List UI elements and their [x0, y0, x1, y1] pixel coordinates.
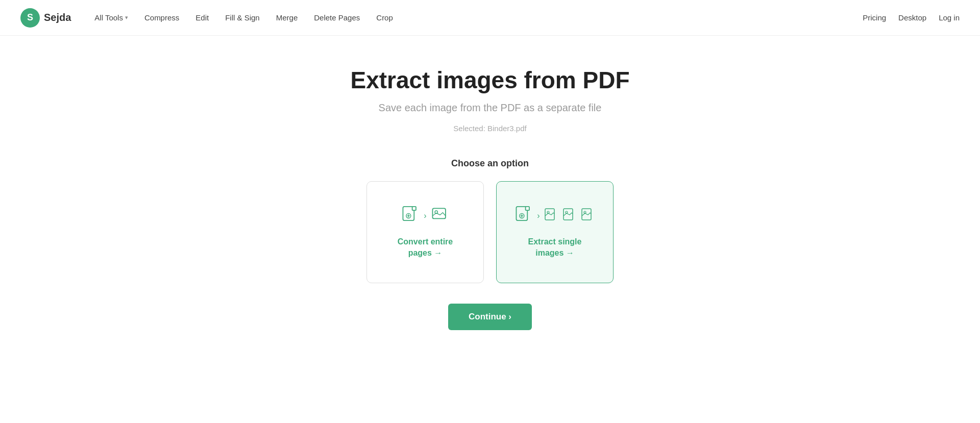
- nav-right: Pricing Desktop Log in: [863, 13, 960, 22]
- convert-icon-row: ›: [401, 206, 449, 226]
- continue-button[interactable]: Continue ›: [448, 304, 532, 330]
- nav-pricing[interactable]: Pricing: [863, 13, 886, 22]
- page-subtitle: Save each image from the PDF as a separa…: [379, 102, 602, 114]
- options-row: › Convert entire pages →: [366, 181, 614, 283]
- nav-crop[interactable]: Crop: [369, 9, 400, 26]
- nav-login[interactable]: Log in: [939, 13, 960, 22]
- choose-option-label: Choose an option: [451, 158, 529, 169]
- logo-icon: S: [20, 8, 40, 28]
- nav-compress[interactable]: Compress: [137, 9, 186, 26]
- page-title: Extract images from PDF: [350, 66, 629, 94]
- nav-delete-pages[interactable]: Delete Pages: [307, 9, 367, 26]
- option-extract-single[interactable]: › Extract single: [496, 181, 614, 283]
- image-icon: [431, 206, 449, 226]
- option-convert-entire[interactable]: › Convert entire pages →: [366, 181, 484, 283]
- nav-merge[interactable]: Merge: [269, 9, 305, 26]
- multi-image-icon-1: [544, 207, 558, 225]
- multi-image-icon-3: [581, 207, 595, 225]
- nav-all-tools[interactable]: All Tools ▾: [87, 9, 135, 26]
- selected-file-label: Selected: Binder3.pdf: [453, 124, 526, 133]
- main-content: Extract images from PDF Save each image …: [0, 36, 980, 351]
- nav-fill-sign[interactable]: Fill & Sign: [218, 9, 267, 26]
- nav-edit[interactable]: Edit: [188, 9, 216, 26]
- option-convert-label: Convert entire pages →: [398, 236, 453, 259]
- pdf-icon: [401, 206, 420, 226]
- navbar: S Sejda All Tools ▾ Compress Edit Fill &…: [0, 0, 980, 36]
- chevron-down-icon: ▾: [125, 14, 128, 21]
- logo-name: Sejda: [44, 12, 71, 23]
- extract-icon-row: ›: [514, 206, 595, 226]
- logo-link[interactable]: S Sejda: [20, 8, 71, 28]
- multi-image-icon-2: [562, 207, 577, 225]
- arrow-icon: ›: [424, 211, 426, 220]
- svg-rect-1: [412, 206, 416, 210]
- option-extract-label: Extract single images →: [528, 236, 582, 259]
- nav-links: All Tools ▾ Compress Edit Fill & Sign Me…: [87, 9, 863, 26]
- arrow-icon-2: ›: [537, 211, 540, 220]
- svg-rect-6: [526, 206, 529, 210]
- nav-desktop[interactable]: Desktop: [898, 13, 926, 22]
- pdf-source-icon: [514, 206, 533, 226]
